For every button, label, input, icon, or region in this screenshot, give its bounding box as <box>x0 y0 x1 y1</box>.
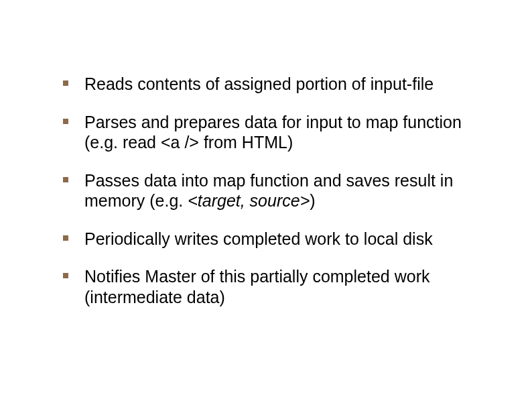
list-item-text-italic: <target, source> <box>188 191 310 210</box>
list-item: Parses and prepares data for input to ma… <box>54 112 498 153</box>
square-bullet-icon <box>63 235 68 241</box>
list-item: Periodically writes completed work to lo… <box>54 229 498 249</box>
square-bullet-icon <box>63 177 68 182</box>
list-item: Reads contents of assigned portion of in… <box>54 74 498 95</box>
list-item: Notifies Master of this partially comple… <box>54 266 498 307</box>
square-bullet-icon <box>63 273 68 278</box>
list-item: Passes data into map function and saves … <box>54 170 498 211</box>
list-item-text-post: ) <box>310 191 315 210</box>
list-item-text: Reads contents of assigned portion of in… <box>84 74 434 93</box>
list-item-text: Parses and prepares data for input to ma… <box>84 113 462 152</box>
square-bullet-icon <box>63 80 68 86</box>
list-item-text: Notifies Master of this partially comple… <box>84 267 429 306</box>
slide: Reads contents of assigned portion of in… <box>0 0 532 399</box>
square-bullet-icon <box>63 119 68 124</box>
list-item-text: Periodically writes completed work to lo… <box>84 229 433 248</box>
bullet-list: Reads contents of assigned portion of in… <box>54 74 498 307</box>
